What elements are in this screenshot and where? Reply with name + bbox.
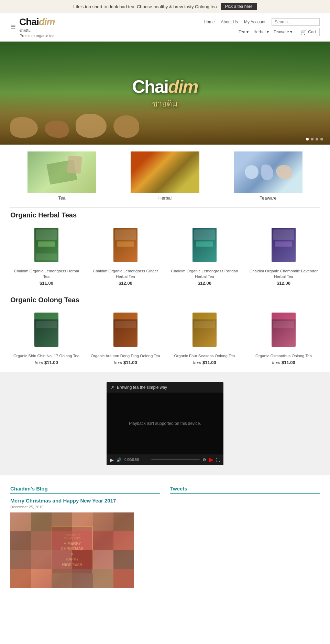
- cart-button[interactable]: 🛒 Cart: [297, 28, 320, 36]
- hero-dot-4[interactable]: [320, 138, 323, 140]
- herbal-product-2[interactable]: Chaidim Organic Lemongrass Ginger Herbal…: [89, 224, 162, 286]
- logo-text: Chaidim: [19, 16, 55, 27]
- header: Chaidim ชายดิม Premium organic tea Home …: [0, 13, 330, 42]
- hero-dots: [306, 138, 323, 140]
- video-share-icon[interactable]: ↗: [111, 385, 114, 390]
- collage-cell: [113, 569, 134, 588]
- nav-account[interactable]: My Account: [244, 20, 265, 24]
- collage-cell: [113, 512, 134, 531]
- collage-cell: [93, 569, 113, 588]
- blog-section-link[interactable]: Chaidim's Blog: [10, 486, 160, 494]
- youtube-icon: ▶: [209, 456, 213, 463]
- blog-post-image[interactable]: ✦ Chaidim ✦ORGANIC TEA ✦ MERRYCHRISTMAS&…: [10, 512, 134, 588]
- tweets-section-link[interactable]: Tweets: [170, 486, 320, 494]
- oolong-box-3: [192, 313, 217, 347]
- herbal-product-1[interactable]: Chaidim Organic Lemongrass Herbal Tea $1…: [10, 224, 82, 286]
- oolong-product-2[interactable]: Organic Autumn Dong Ding Oolong Tea from…: [89, 309, 162, 365]
- collage-cell: [52, 550, 72, 569]
- video-controls: ▶ 🔊 0:00/0:59 ⚙ ▶ ⛶: [107, 454, 223, 465]
- collage-cell: [10, 569, 31, 588]
- herbal-product-4-name: Chaidim Organic Chamomile Lavender Herba…: [248, 268, 320, 279]
- collage-cell: [113, 550, 134, 569]
- nav-top: Home About Us My Account: [204, 20, 265, 24]
- oolong-product-1[interactable]: Organic Shin Chin No. 17 Oolong Tea from…: [10, 309, 82, 365]
- play-button[interactable]: ▶: [110, 457, 114, 463]
- search-input[interactable]: [272, 18, 320, 26]
- herbal-product-1-image: [10, 224, 82, 265]
- product-box-1: [34, 228, 58, 262]
- herbal-product-3-image: [168, 224, 241, 265]
- herbal-product-4-image: [248, 224, 320, 265]
- hero-dot-1[interactable]: [306, 138, 309, 140]
- hero-section: Chaidim ชายดิม: [0, 42, 330, 145]
- oolong-product-2-name: Organic Autumn Dong Ding Oolong Tea: [89, 353, 162, 359]
- video-playback-message: Playback isn't supported on this device.: [129, 421, 201, 426]
- nav-tea[interactable]: Tea ▾: [239, 30, 249, 34]
- herbal-product-1-name: Chaidim Organic Lemongrass Herbal Tea: [10, 268, 82, 279]
- oolong-product-4[interactable]: Organic Osmanthus Oolong Tea from $11.00: [248, 309, 320, 365]
- cow-2: [45, 121, 69, 138]
- progress-bar[interactable]: [151, 459, 200, 460]
- pick-tea-button[interactable]: Pick a tea here: [221, 3, 257, 10]
- teaware-image: [234, 151, 302, 193]
- blog-post-date: December 25, 2016: [10, 505, 160, 509]
- collage-cell: [52, 531, 72, 550]
- herbal-image: [131, 151, 199, 193]
- collage-cell: [31, 550, 52, 569]
- collage-cell: [72, 531, 93, 550]
- oolong-product-1-name: Organic Shin Chin No. 17 Oolong Tea: [10, 353, 82, 359]
- video-title: Brewing tea the simple way: [117, 385, 167, 390]
- volume-button[interactable]: 🔊: [117, 457, 122, 462]
- oolong-product-3-name: Organic Four Seasons Oolong Tea: [168, 353, 241, 359]
- oolong-product-4-name: Organic Osmanthus Oolong Tea: [248, 353, 320, 359]
- tea-label: Tea: [14, 195, 110, 201]
- collage-cell: [10, 550, 31, 569]
- oolong-product-3[interactable]: Organic Four Seasons Oolong Tea from $11…: [168, 309, 241, 365]
- oolong-box-4: [272, 313, 296, 347]
- cow-3: [76, 114, 107, 138]
- menu-icon[interactable]: [10, 23, 16, 31]
- collage-cell: [93, 512, 113, 531]
- collage-cell: [72, 550, 93, 569]
- collage-cell: [31, 569, 52, 588]
- herbal-product-3[interactable]: Chaidim Organic Lemongrass Pandan Herbal…: [168, 224, 241, 286]
- cow-4: [113, 115, 139, 138]
- herbal-product-4[interactable]: Chaidim Organic Chamomile Lavender Herba…: [248, 224, 320, 286]
- oolong-product-4-image: [248, 309, 320, 350]
- herbal-section-title: Organic Herbal Teas: [0, 208, 330, 224]
- herbal-label: Herbal: [117, 195, 213, 201]
- category-teaware[interactable]: Teaware: [217, 151, 320, 201]
- banner-text: Life's too short to drink bad tea. Choos…: [73, 4, 217, 9]
- category-herbal[interactable]: Herbal: [113, 151, 217, 201]
- fullscreen-button[interactable]: ⛶: [216, 457, 220, 462]
- oolong-section-title: Organic Oolong Teas: [0, 293, 330, 309]
- herbal-product-3-name: Chaidim Organic Lemongrass Pandan Herbal…: [168, 268, 241, 279]
- nav-herbal[interactable]: Herbal ▾: [253, 30, 269, 34]
- video-player: ↗ Brewing tea the simple way Playback is…: [107, 382, 223, 465]
- category-tea[interactable]: Tea: [10, 151, 113, 201]
- collage-cell: [113, 531, 134, 550]
- nav-about[interactable]: About Us: [221, 20, 238, 24]
- product-box-4: [272, 228, 296, 262]
- collage-cell: [72, 569, 93, 588]
- oolong-box-1: [34, 313, 58, 347]
- blog-post-title[interactable]: Merry Christmas and Happy New Year 2017: [10, 498, 160, 504]
- nav-bottom: Tea ▾ Herbal ▾ Teaware ▾ 🛒 Cart: [239, 28, 320, 36]
- blog-column: Chaidim's Blog Merry Christmas and Happy…: [10, 486, 160, 588]
- tea-image: [28, 151, 96, 193]
- herbal-product-2-image: [89, 224, 162, 265]
- cart-icon: 🛒: [301, 29, 307, 35]
- oolong-box-2: [113, 313, 138, 347]
- hero-title: Chaidim: [132, 76, 198, 97]
- settings-button[interactable]: ⚙: [202, 457, 206, 462]
- oolong-product-3-price: from $11.00: [168, 360, 241, 365]
- hero-dot-2[interactable]: [311, 138, 314, 140]
- nav-teaware[interactable]: Teaware ▾: [274, 30, 293, 34]
- tweets-column: Tweets: [170, 486, 320, 588]
- oolong-product-2-price: from $11.00: [89, 360, 162, 365]
- hero-cows-area: [0, 114, 330, 138]
- hero-dot-3[interactable]: [316, 138, 318, 140]
- logo[interactable]: Chaidim ชายดิม Premium organic tea: [19, 16, 55, 38]
- teaware-label: Teaware: [220, 195, 316, 201]
- nav-home[interactable]: Home: [204, 20, 215, 24]
